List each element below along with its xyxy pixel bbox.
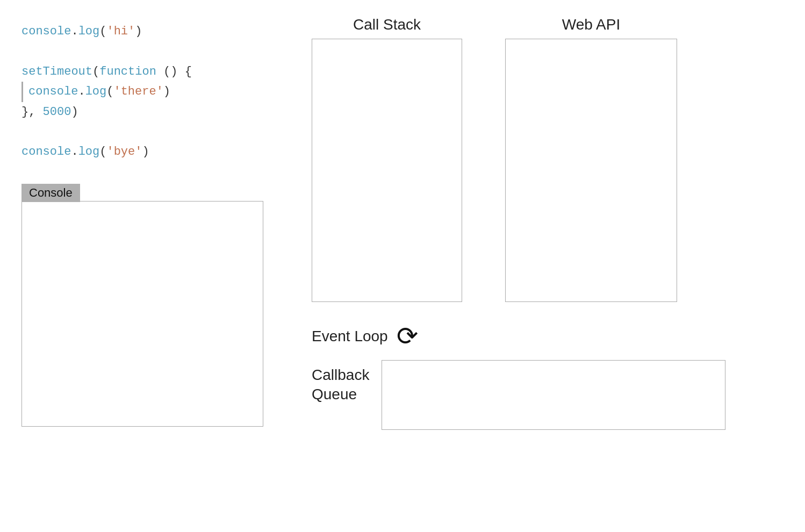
right-panel: Call Stack Web API Event Loop ⟳ Callback… [279,16,784,516]
callback-queue-box [382,360,725,430]
code-console-3: console [28,85,78,98]
event-loop-row: Event Loop ⟳ [312,323,784,349]
code-line-1: console.log('hi') [21,21,279,41]
console-box [21,201,263,427]
callback-queue-row: CallbackQueue [312,360,784,430]
code-string-1: 'hi' [106,25,135,38]
console-section: Console [21,184,279,427]
code-string-3: 'there' [113,85,163,98]
code-console-5: console [21,145,71,159]
code-line-5: console.log('bye') [21,142,279,162]
code-function-kw: function [99,65,156,78]
code-number: 5000 [43,105,71,119]
code-line-2: setTimeout(function () { [21,62,279,82]
code-method-1: log [78,25,100,38]
call-stack-title: Call Stack [353,16,421,33]
call-stack-box [312,39,462,302]
left-panel: console.log('hi') setTimeout(function ()… [21,16,279,516]
web-api-box [505,39,677,302]
web-api-title: Web API [562,16,620,33]
code-console-1: console [21,25,71,38]
code-string-5: 'bye' [106,145,142,159]
code-settimeout: setTimeout [21,65,92,78]
code-method-3: log [85,85,107,98]
code-line-4: }, 5000) [21,102,279,122]
call-stack-section: Call Stack [312,16,462,302]
event-loop-label: Event Loop [312,328,388,345]
callback-queue-label: CallbackQueue [312,360,371,405]
console-label: Console [21,184,80,202]
code-line-3: console.log('there') [21,82,279,102]
main-container: console.log('hi') setTimeout(function ()… [0,0,805,532]
top-boxes: Call Stack Web API [312,16,784,302]
code-block: console.log('hi') setTimeout(function ()… [21,16,279,168]
refresh-icon: ⟳ [397,323,418,349]
web-api-section: Web API [505,16,677,302]
code-method-5: log [78,145,100,159]
